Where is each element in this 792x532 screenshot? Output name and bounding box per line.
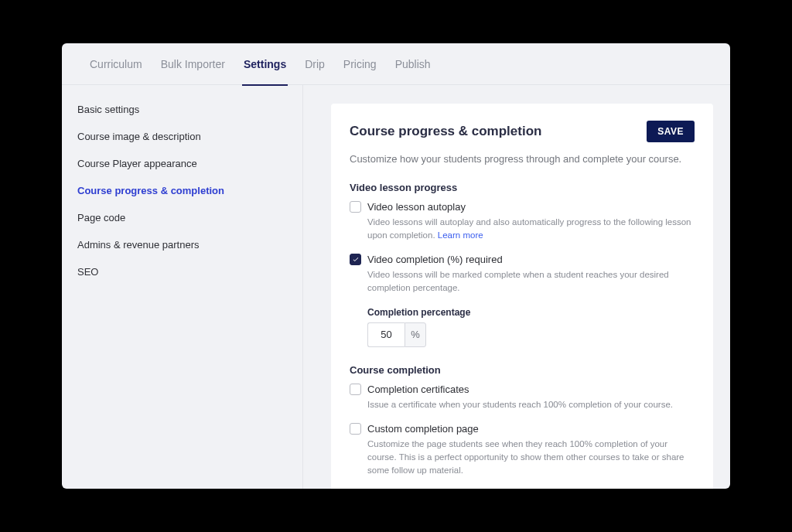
learn-more-link[interactable]: Learn more bbox=[438, 230, 483, 240]
tab-bulk-importer[interactable]: Bulk Importer bbox=[161, 43, 225, 85]
custom-page-label[interactable]: Custom completion page bbox=[367, 423, 479, 435]
save-button[interactable]: SAVE bbox=[647, 121, 695, 142]
certs-checkbox[interactable] bbox=[350, 384, 361, 395]
settings-sidebar: Basic settings Course image & descriptio… bbox=[62, 85, 303, 489]
percent-group: % bbox=[367, 322, 695, 347]
autoplay-row: Video lesson autoplay bbox=[350, 201, 695, 213]
sidebar-item-seo[interactable]: SEO bbox=[62, 258, 302, 285]
required-label[interactable]: Video completion (%) required bbox=[367, 254, 503, 265]
autoplay-help: Video lessons will autoplay and also aut… bbox=[367, 216, 695, 241]
autoplay-label[interactable]: Video lesson autoplay bbox=[367, 201, 466, 213]
custom-page-checkbox[interactable] bbox=[350, 423, 361, 435]
section-video-label: Video lesson progress bbox=[350, 182, 695, 193]
certs-row: Completion certificates bbox=[350, 384, 695, 395]
required-help: Video lessons will be marked complete wh… bbox=[367, 268, 695, 294]
main-panel: Course progress & completion SAVE Custom… bbox=[303, 85, 730, 489]
tab-drip[interactable]: Drip bbox=[305, 43, 325, 85]
custom-page-help: Customize the page students see when the… bbox=[367, 438, 695, 476]
card-header: Course progress & completion SAVE bbox=[350, 121, 695, 142]
progress-card: Course progress & completion SAVE Custom… bbox=[331, 104, 713, 489]
sidebar-item-progress[interactable]: Course progress & completion bbox=[62, 177, 302, 204]
certs-label[interactable]: Completion certificates bbox=[367, 384, 469, 395]
checkmark-icon bbox=[352, 256, 360, 264]
tab-settings[interactable]: Settings bbox=[244, 43, 286, 85]
certs-help: Issue a certificate when your students r… bbox=[367, 398, 695, 411]
section-course-label: Course completion bbox=[350, 364, 695, 376]
sidebar-item-admins[interactable]: Admins & revenue partners bbox=[62, 231, 302, 258]
card-title: Course progress & completion bbox=[350, 124, 541, 139]
sidebar-item-pagecode[interactable]: Page code bbox=[62, 204, 302, 231]
required-row: Video completion (%) required bbox=[350, 254, 695, 265]
sidebar-item-basic[interactable]: Basic settings bbox=[62, 96, 302, 123]
percent-input[interactable] bbox=[367, 322, 405, 347]
settings-window: Curriculum Bulk Importer Settings Drip P… bbox=[62, 43, 730, 489]
content-body: Basic settings Course image & descriptio… bbox=[62, 85, 730, 489]
card-description: Customize how your students progress thr… bbox=[350, 153, 695, 165]
sidebar-item-image[interactable]: Course image & description bbox=[62, 123, 302, 150]
percent-label: Completion percentage bbox=[367, 307, 695, 318]
tab-curriculum[interactable]: Curriculum bbox=[90, 43, 142, 85]
autoplay-help-text: Video lessons will autoplay and also aut… bbox=[367, 217, 691, 240]
tab-publish[interactable]: Publish bbox=[395, 43, 431, 85]
percent-suffix: % bbox=[405, 322, 426, 347]
top-tabs: Curriculum Bulk Importer Settings Drip P… bbox=[62, 43, 730, 85]
sidebar-item-player[interactable]: Course Player appearance bbox=[62, 150, 302, 177]
required-checkbox[interactable] bbox=[350, 254, 361, 265]
tab-pricing[interactable]: Pricing bbox=[343, 43, 377, 85]
autoplay-checkbox[interactable] bbox=[350, 201, 361, 213]
custom-page-row: Custom completion page bbox=[350, 423, 695, 435]
